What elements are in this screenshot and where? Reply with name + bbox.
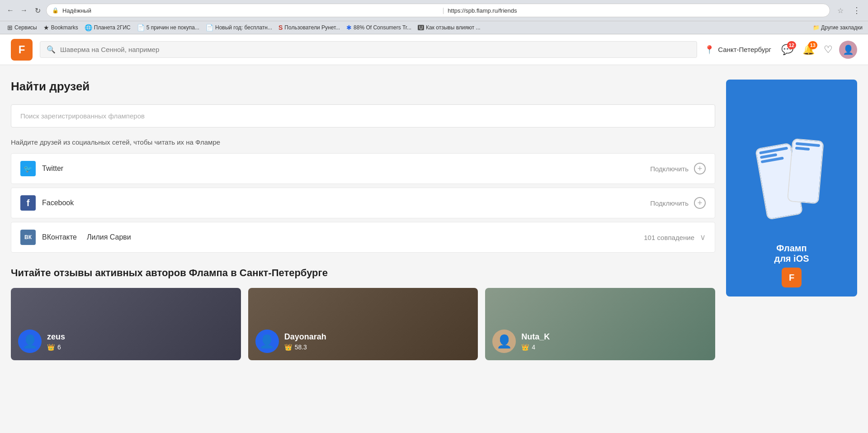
search-flampers-input[interactable]: [20, 112, 706, 120]
twitter-left: 🐦 Twitter: [20, 161, 63, 176]
bookmark-novyygod-label: Новый год: бесплатн...: [215, 24, 272, 31]
location-selector[interactable]: 📍 Санкт-Петербург: [704, 45, 771, 55]
header-actions: 💬 12 🔔 13 ♡ 👤: [778, 41, 857, 59]
folder-icon: 📁: [813, 24, 820, 31]
phone-screen-2: [788, 139, 823, 203]
screen-line-4: [796, 142, 820, 147]
facebook-label: Facebook: [42, 199, 74, 207]
bookmark-services[interactable]: ⊞ Сервисы: [5, 23, 39, 32]
facebook-connect-label: Подключить: [650, 199, 689, 207]
phone-mockup-2: [787, 138, 824, 204]
screen-line-5: [795, 146, 810, 151]
author-card-nuta_k[interactable]: 👤 Nuta_K 👑 4: [485, 288, 715, 360]
forward-button[interactable]: →: [19, 5, 29, 15]
facebook-add-icon[interactable]: +: [694, 197, 706, 209]
vk-matches-label: 101 совпадение: [644, 234, 694, 241]
star-icon: ★: [43, 24, 49, 31]
url-bar[interactable]: 🔒 Надёжный | https://spb.flamp.ru/friend…: [46, 4, 830, 17]
bookmark-planeta2gis[interactable]: 🌐 Планета 2ГИС: [83, 23, 132, 32]
dayonarah-details: Dayonarah 👑 58.3: [284, 332, 326, 351]
authors-grid: 👤 zeus 👑 6: [11, 288, 715, 360]
browser-nav: ← → ↻ 🔒 Надёжный | https://spb.flamp.ru/…: [0, 0, 868, 21]
zeus-rating-value: 6: [57, 344, 61, 351]
nuta_k-crown-icon: 👑: [521, 344, 529, 351]
vkontakte-left: ВК ВКонтакте Лилия Сарви: [20, 230, 131, 245]
dayonarah-avatar-icon: 👤: [259, 334, 275, 349]
twitter-add-icon[interactable]: +: [694, 163, 706, 174]
author-card-dayonarah[interactable]: 👤 Dayonarah 👑 58.3: [248, 288, 478, 360]
dayonarah-rating: 👑 58.3: [284, 344, 326, 351]
messages-badge: 12: [787, 41, 796, 49]
facebook-f-icon: f: [27, 198, 30, 208]
bookmark-bookmarks[interactable]: ★ Bookmarks: [42, 23, 80, 32]
secure-label: Надёжный: [62, 7, 439, 14]
other-bookmarks-label: Другие закладки: [821, 24, 863, 31]
bookmark-5prichin[interactable]: 📄 5 причин не покупа...: [135, 23, 201, 32]
twitter-right: Подключить +: [650, 163, 706, 174]
dayonarah-card-bg: 👤 Dayonarah 👑 58.3: [248, 288, 478, 360]
notifications-button[interactable]: 🔔 13: [800, 41, 817, 58]
planet-icon: 🌐: [85, 24, 92, 31]
nuta_k-avatar: 👤: [492, 329, 516, 353]
bookmark-planeta2gis-label: Планета 2ГИС: [94, 24, 131, 31]
vkontakte-right: 101 совпадение ∨: [644, 232, 706, 242]
zeus-crown-icon: 👑: [47, 344, 55, 351]
bookmark-services-label: Сервисы: [14, 24, 37, 31]
ad-banner[interactable]: Флампдля iOS F: [726, 80, 857, 297]
nuta_k-details: Nuta_K 👑 4: [521, 332, 550, 351]
bookmark-88percent[interactable]: ✱ 88% Of Consumers Tr...: [344, 23, 413, 32]
bookmark-polzovateli[interactable]: S Пользователи Рунет...: [277, 23, 342, 32]
author-card-zeus[interactable]: 👤 zeus 👑 6: [11, 288, 241, 360]
notifications-badge: 13: [808, 41, 817, 49]
star-blue-icon: ✱: [346, 24, 352, 31]
vk-icon: ВК: [20, 230, 36, 245]
main-content: Найти друзей Найдите друзей из социальны…: [11, 80, 715, 360]
twitter-icon: 🐦: [20, 161, 36, 176]
back-button[interactable]: ←: [5, 5, 15, 15]
twitter-connect-label: Подключить: [650, 165, 689, 173]
u-icon: U: [418, 25, 424, 30]
url-separator: |: [443, 7, 444, 14]
doc-icon-1: 📄: [137, 24, 145, 31]
favorites-button[interactable]: ♡: [821, 41, 835, 58]
bookmark-star-icon[interactable]: ☆: [837, 6, 844, 15]
bookmark-novyygod[interactable]: 📄 Новый год: бесплатн...: [204, 23, 274, 32]
dayonarah-name: Dayonarah: [284, 332, 326, 342]
vk-letters-icon: ВК: [24, 234, 32, 240]
messages-button[interactable]: 💬 12: [778, 41, 796, 58]
facebook-icon: f: [20, 195, 36, 211]
refresh-button[interactable]: ↻: [33, 5, 42, 15]
dayonarah-crown-icon: 👑: [284, 344, 292, 351]
vk-expand-icon[interactable]: ∨: [700, 232, 706, 242]
search-flampers-box[interactable]: [11, 104, 715, 127]
vkontakte-row[interactable]: ВК ВКонтакте Лилия Сарви 101 совпадение …: [11, 222, 715, 253]
main-search-bar[interactable]: 🔍: [40, 41, 697, 58]
app-logo[interactable]: F: [11, 39, 33, 61]
nuta_k-rating: 👑 4: [521, 344, 550, 351]
zeus-avatar-icon: 👤: [22, 334, 38, 349]
sidebar: Флампдля iOS F: [726, 80, 857, 360]
social-description: Найдите друзей из социальных сетей, чтоб…: [11, 138, 715, 146]
facebook-connect-row[interactable]: f Facebook Подключить +: [11, 188, 715, 218]
nuta_k-info: 👤 Nuta_K 👑 4: [492, 329, 550, 353]
main-search-input[interactable]: [60, 46, 690, 53]
facebook-left: f Facebook: [20, 195, 74, 211]
ad-footer: Флампдля iOS F: [774, 243, 809, 287]
search-icon: 🔍: [47, 45, 56, 54]
bookmark-polzovateli-label: Пользователи Рунет...: [284, 24, 340, 31]
bookmark-kakotzivi-label: Как отзывы влияют ...: [426, 24, 481, 31]
doc-icon-2: 📄: [206, 24, 213, 31]
user-avatar[interactable]: 👤: [839, 41, 857, 59]
twitter-connect-row[interactable]: 🐦 Twitter Подключить +: [11, 153, 715, 184]
heart-icon: ♡: [824, 44, 833, 55]
nuta_k-avatar-icon: 👤: [496, 334, 512, 349]
customize-icon[interactable]: ⋮: [851, 5, 863, 16]
bookmark-kakotzivi[interactable]: U Как отзывы влияют ...: [416, 24, 482, 32]
dayonarah-avatar: 👤: [255, 329, 279, 353]
location-label: Санкт-Петербург: [718, 46, 771, 53]
lock-icon: 🔒: [52, 7, 59, 14]
zeus-info: 👤 zeus 👑 6: [18, 329, 65, 353]
facebook-right: Подключить +: [650, 197, 706, 209]
other-bookmarks[interactable]: 📁 Другие закладки: [813, 24, 863, 31]
vkontakte-user: Лилия Сарви: [87, 233, 131, 241]
